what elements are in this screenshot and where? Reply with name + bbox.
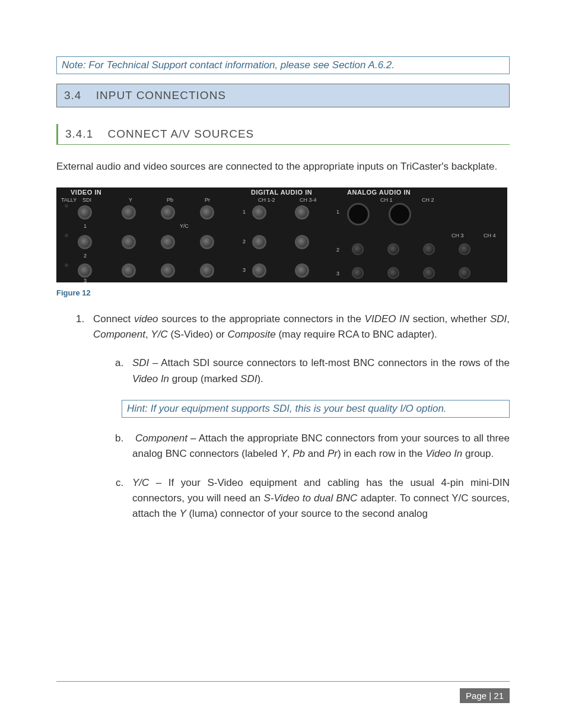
figure-backplate: VIDEO IN DIGITAL AUDIO IN ANALOG AUDIO I… bbox=[56, 187, 507, 282]
bnc-da-3b bbox=[295, 263, 309, 278]
ordered-list-main: Connect video sources to the appropriate… bbox=[56, 311, 510, 387]
aa-row1: 1 bbox=[336, 209, 339, 215]
ordered-sublist-cont: Component – Attach the appropriate BNC c… bbox=[93, 431, 510, 522]
bnc-pb-3 bbox=[161, 263, 175, 278]
bnc-da-2a bbox=[252, 235, 266, 249]
h3-title: CONNECT A/V SOURCES bbox=[108, 128, 255, 140]
da-row2: 2 bbox=[243, 239, 246, 244]
row-num-2: 2 bbox=[84, 253, 87, 259]
da-row1: 1 bbox=[243, 209, 246, 215]
xlr-1b bbox=[389, 203, 411, 225]
bnc-da-1b bbox=[295, 205, 309, 220]
xlr-1a bbox=[347, 203, 370, 225]
bnc-sdi-1 bbox=[78, 205, 92, 220]
label-ch4: CH 4 bbox=[484, 233, 496, 239]
label-ch3: CH 3 bbox=[451, 233, 464, 239]
bnc-y-2 bbox=[122, 235, 136, 249]
hint-box: Hint: If your equipment supports SDI, th… bbox=[122, 400, 510, 418]
ordered-sublist: SDI – Attach SDI source connectors to le… bbox=[93, 355, 510, 387]
bnc-y-1 bbox=[122, 205, 136, 220]
rca-2b bbox=[387, 243, 399, 255]
list-item-1: Connect video sources to the appropriate… bbox=[87, 311, 510, 387]
bnc-pr-3 bbox=[200, 263, 214, 278]
rca-3a bbox=[352, 267, 364, 279]
tally-led-1 bbox=[65, 204, 68, 208]
bnc-da-1a bbox=[252, 205, 266, 220]
label-pr: Pr bbox=[205, 197, 210, 203]
note-box: Note: For Technical Support contact info… bbox=[56, 56, 510, 74]
footer-divider bbox=[56, 681, 510, 682]
note-text: Note: For Technical Support contact info… bbox=[62, 59, 395, 71]
label-analog-audio-in: ANALOG AUDIO IN bbox=[347, 189, 411, 196]
label-yc: Y/C bbox=[180, 223, 189, 229]
label-digital-audio-in: DIGITAL AUDIO IN bbox=[251, 189, 312, 196]
rca-2c bbox=[423, 243, 435, 255]
label-sdi: SDI bbox=[82, 197, 91, 203]
aa-row2: 2 bbox=[336, 247, 339, 253]
label-pb: Pb bbox=[167, 197, 173, 203]
h2-number: 3.4 bbox=[64, 89, 81, 101]
heading-connect-av-sources: 3.4.1 CONNECT A/V SOURCES bbox=[56, 124, 510, 145]
bnc-y-3 bbox=[122, 263, 136, 278]
label-ch12: CH 1-2 bbox=[258, 197, 275, 203]
label-ch34: CH 3-4 bbox=[300, 197, 317, 203]
row-num-1: 1 bbox=[84, 223, 87, 229]
hint-text: Hint: If your equipment supports SDI, th… bbox=[127, 403, 447, 414]
bnc-da-2b bbox=[295, 235, 309, 249]
row-num-3: 3 bbox=[84, 278, 87, 282]
rca-2d bbox=[459, 243, 470, 255]
bnc-pr-2 bbox=[200, 235, 214, 249]
label-ch1: CH 1 bbox=[380, 197, 393, 203]
aa-row3: 3 bbox=[336, 271, 339, 276]
rca-3c bbox=[423, 267, 435, 279]
bnc-da-3a bbox=[252, 263, 266, 278]
intro-paragraph: External audio and video sources are con… bbox=[56, 159, 510, 174]
bnc-sdi-2 bbox=[78, 235, 92, 249]
h2-title: INPUT CONNECTIONS bbox=[96, 89, 226, 101]
h3-number: 3.4.1 bbox=[65, 128, 93, 140]
bnc-sdi-3 bbox=[78, 263, 92, 278]
page-number-badge: Page | 21 bbox=[460, 688, 510, 703]
rca-3b bbox=[387, 267, 399, 279]
subitem-a: SDI – Attach SDI source connectors to le… bbox=[126, 355, 510, 387]
tally-led-2 bbox=[65, 234, 68, 237]
bnc-pr-1 bbox=[200, 205, 214, 220]
tally-led-3 bbox=[65, 263, 68, 267]
rca-3d bbox=[459, 267, 470, 279]
label-video-in: VIDEO IN bbox=[71, 189, 101, 196]
rca-2a bbox=[352, 243, 364, 255]
figure-caption: Figure 12 bbox=[56, 288, 510, 297]
bnc-pb-1 bbox=[161, 205, 175, 220]
label-ch2: CH 2 bbox=[422, 197, 434, 203]
da-row3: 3 bbox=[243, 267, 246, 273]
subitem-c: Y/C – If your S-Video equipment and cabl… bbox=[126, 475, 510, 522]
heading-input-connections: 3.4 INPUT CONNECTIONS bbox=[56, 84, 510, 107]
subitem-b: Component – Attach the appropriate BNC c… bbox=[126, 431, 510, 462]
label-y: Y bbox=[129, 197, 132, 203]
label-tally: TALLY bbox=[61, 197, 77, 203]
bnc-pb-2 bbox=[161, 235, 175, 249]
